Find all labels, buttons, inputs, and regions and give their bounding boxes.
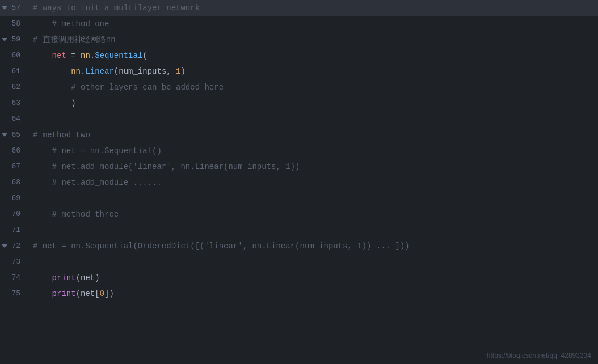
line-content: net = nn.Sequential(	[28, 48, 598, 64]
fold-icon[interactable]	[2, 133, 7, 137]
line-number: 66	[0, 143, 28, 159]
line-number: 70	[0, 206, 28, 222]
line-content: # method two	[28, 127, 598, 143]
fold-icon[interactable]	[2, 244, 7, 248]
code-token: num_inputs	[119, 67, 166, 76]
code-token: print	[52, 289, 76, 298]
line-number: 63	[0, 95, 28, 111]
code-token: .	[90, 51, 95, 60]
line-content: # other layers can be added here	[28, 79, 598, 95]
line-content: print(net)	[28, 270, 598, 286]
line-number: 71	[0, 222, 28, 238]
code-token: # 直接调用神经网络nn	[33, 35, 116, 44]
line-number: 69	[0, 191, 28, 206]
code-token	[33, 289, 52, 298]
line-content: # ways to init a multilayer network	[28, 0, 598, 16]
line-number: 75	[0, 286, 28, 302]
line-number: 57	[0, 0, 28, 16]
line-content	[28, 254, 598, 270]
line-content: # net.add_module('linear', nn.Linear(num…	[28, 159, 598, 175]
code-line: 67 # net.add_module('linear', nn.Linear(…	[0, 159, 598, 175]
code-token: Sequential	[95, 51, 142, 60]
code-line: 73	[0, 254, 598, 270]
code-token: # other layers can be added here	[33, 83, 224, 92]
code-token: print	[52, 273, 76, 282]
code-token: net[	[81, 289, 100, 298]
fold-icon[interactable]	[2, 6, 7, 10]
line-content: # method three	[28, 206, 598, 222]
line-content: print(net[0])	[28, 286, 598, 302]
line-content: # net = nn.Sequential()	[28, 143, 598, 159]
line-content: )	[28, 95, 598, 111]
line-content	[28, 222, 598, 238]
code-token: ])	[104, 289, 114, 298]
code-token: 0	[100, 289, 104, 298]
line-number: 61	[0, 64, 28, 79]
code-token: (	[142, 51, 147, 60]
code-token: # net = nn.Sequential(OrderedDict([('lin…	[33, 242, 414, 251]
line-content	[28, 191, 598, 206]
code-line: 71	[0, 222, 598, 238]
code-token	[33, 51, 52, 60]
code-token: )	[95, 273, 99, 282]
line-number: 64	[0, 111, 28, 127]
code-line: 59# 直接调用神经网络nn	[0, 32, 598, 48]
line-content: # net = nn.Sequential(OrderedDict([('lin…	[28, 238, 598, 254]
line-content: nn.Linear(num_inputs, 1)	[28, 64, 598, 79]
code-line: 61 nn.Linear(num_inputs, 1)	[0, 64, 598, 79]
code-token: (	[76, 289, 81, 298]
code-token: nn	[81, 51, 90, 60]
code-token: nn	[71, 67, 81, 76]
code-line: 74 print(net)	[0, 270, 598, 286]
line-number: 73	[0, 254, 28, 270]
code-token: # method one	[33, 19, 109, 28]
code-token	[33, 273, 52, 282]
code-token: 1	[176, 67, 180, 76]
code-token: )	[181, 67, 186, 76]
line-number: 72	[0, 238, 28, 254]
code-token: net	[52, 51, 66, 60]
code-token: # ways to init a multilayer network	[33, 3, 200, 12]
line-number: 60	[0, 48, 28, 64]
line-number: 68	[0, 175, 28, 191]
fold-icon[interactable]	[2, 38, 7, 41]
code-line: 62 # other layers can be added here	[0, 79, 598, 95]
line-number: 59	[0, 32, 28, 48]
code-token: )	[33, 99, 76, 108]
code-token	[33, 67, 71, 76]
code-token: (	[114, 67, 119, 76]
code-token: # net = nn.Sequential()	[33, 146, 162, 155]
code-editor: 57# ways to init a multilayer network58 …	[0, 0, 598, 364]
line-content: # method one	[28, 16, 598, 32]
code-line: 60 net = nn.Sequential(	[0, 48, 598, 64]
code-line: 57# ways to init a multilayer network	[0, 0, 598, 16]
code-line: 58 # method one	[0, 16, 598, 32]
code-line: 75 print(net[0])	[0, 286, 598, 302]
code-token: =	[66, 51, 81, 60]
code-line: 65# method two	[0, 127, 598, 143]
line-number: 65	[0, 127, 28, 143]
code-line: 64	[0, 111, 598, 127]
line-content: # net.add_module ......	[28, 175, 598, 191]
code-token: # method three	[33, 210, 119, 219]
code-token: (	[76, 273, 81, 282]
line-number: 58	[0, 16, 28, 32]
code-line: 66 # net = nn.Sequential()	[0, 143, 598, 159]
code-token: ,	[166, 67, 176, 76]
line-content: # 直接调用神经网络nn	[28, 32, 598, 48]
code-token: net	[81, 273, 95, 282]
line-content	[28, 111, 598, 127]
watermark: https://blog.csdn.net/qq_42893334	[487, 352, 591, 359]
line-number: 74	[0, 270, 28, 286]
code-line: 70 # method three	[0, 206, 598, 222]
code-line: 68 # net.add_module ......	[0, 175, 598, 191]
code-line: 63 )	[0, 95, 598, 111]
code-line: 69	[0, 191, 598, 206]
code-token: # net.add_module ......	[33, 178, 162, 187]
code-token: # method two	[33, 130, 90, 139]
code-token: # net.add_module('linear', nn.Linear(num…	[33, 162, 300, 171]
code-token: Linear	[85, 67, 113, 76]
line-number: 62	[0, 79, 28, 95]
line-number: 67	[0, 159, 28, 175]
code-line: 72# net = nn.Sequential(OrderedDict([('l…	[0, 238, 598, 254]
